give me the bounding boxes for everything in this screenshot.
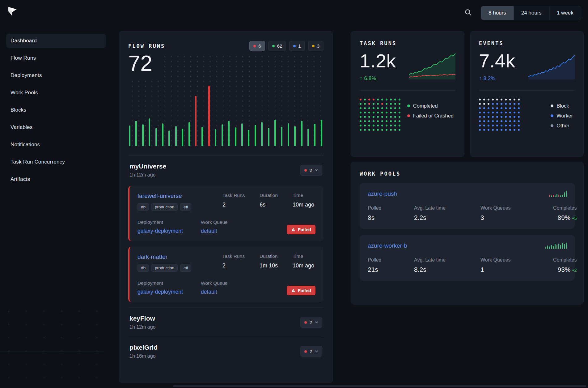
panel-divider (479, 90, 575, 91)
task-runs-delta: ↑ 6.8% (360, 75, 396, 82)
completed-count: 62 (277, 43, 282, 49)
worker-dot-icon (551, 114, 553, 117)
other-dot-icon (551, 124, 553, 127)
group-run-count: 2 (310, 349, 312, 354)
tag-db[interactable]: db (137, 203, 149, 211)
arrow-up-icon: ↑ (360, 75, 362, 82)
task-runs-title: TASK RUNS (360, 40, 455, 46)
tag-etl[interactable]: etl (180, 264, 191, 272)
group-count-toggle[interactable]: 2 (300, 346, 322, 357)
time-range-1-week[interactable]: 1 week (549, 6, 581, 20)
chevron-down-icon (315, 350, 318, 352)
work-pool-card-azure-push: azure-push Polled 8s Avg. Late time 2.2s… (360, 183, 575, 229)
flow-group-keyflow[interactable]: keyFlow 1h 12m ago 2 (128, 308, 324, 337)
stat-label: Task Runs (222, 254, 245, 259)
work-pool-name-link[interactable]: azure-push (368, 190, 397, 197)
flow-group-myuniverse[interactable]: myUniverse 1h 12m ago 2 (128, 156, 324, 185)
tag-db[interactable]: db (137, 264, 149, 272)
run-tags: db production etl (137, 203, 191, 211)
tag-production[interactable]: production (151, 203, 178, 211)
flow-runs-total: 72 (128, 52, 161, 79)
deployment-link[interactable]: galaxy-deployment (137, 289, 183, 295)
sidebar-item-task-run-concurrency[interactable]: Task Run Concurrency (6, 155, 106, 169)
task-runs-panel: TASK RUNS 1.2k ↑ 6.8% Completed Failed o… (351, 31, 464, 157)
flow-runs-panel: FLOW RUNS 6 62 1 3 72 (119, 31, 333, 383)
chevron-down-icon (315, 321, 318, 323)
status-text: Failed (298, 288, 311, 293)
run-name-link[interactable]: dark-matter (137, 254, 167, 260)
state-badge-failed[interactable]: 6 (249, 41, 265, 51)
sidebar-item-notifications[interactable]: Notifications (6, 138, 106, 152)
group-name: myUniverse (129, 163, 166, 170)
flow-runs-bar-chart[interactable] (129, 86, 322, 146)
sidebar-item-deployments[interactable]: Deployments (6, 68, 106, 83)
warning-triangle-icon (291, 228, 295, 232)
avg-late-time-stat: Avg. Late time 8.2s (414, 257, 480, 273)
tag-production[interactable]: production (151, 264, 178, 272)
failed-dot-icon (304, 169, 307, 172)
group-name: pixelGrid (129, 344, 158, 351)
time-range-selector: 8 hours 24 hours 1 week (481, 6, 581, 20)
stat-value: 10m ago (293, 262, 314, 269)
failed-dot-icon (304, 350, 307, 353)
warning-triangle-icon (291, 288, 295, 292)
sidebar: Dashboard Flow Runs Deployments Work Poo… (0, 0, 112, 388)
prefect-logo[interactable] (7, 6, 18, 18)
stat-label: Deployment (137, 280, 201, 286)
sidebar-item-variables[interactable]: Variables (6, 120, 106, 134)
stat-value: 6s (260, 202, 278, 208)
flow-runs-title: FLOW RUNS (128, 43, 165, 49)
running-count: 1 (298, 43, 301, 49)
completed-dot-icon (407, 104, 410, 107)
flow-group-list: myUniverse 1h 12m ago 2 farewell-univers… (128, 156, 324, 366)
task-runs-dot-grid (360, 99, 400, 131)
stat-label: Task Runs (222, 193, 245, 198)
stat-label: Work Queue (201, 280, 264, 286)
horizontal-scrollbar[interactable] (173, 385, 586, 387)
flow-runs-chart-area: 72 (128, 53, 324, 146)
tag-etl[interactable]: etl (180, 203, 191, 211)
group-count-toggle[interactable]: 2 (300, 317, 322, 328)
flow-run-card-dark-matter: dark-matter db production etl Task Runs … (128, 247, 324, 302)
work-pool-name-link[interactable]: azure-worker-b (368, 242, 407, 249)
events-title: EVENTS (479, 40, 575, 46)
sidebar-item-dashboard[interactable]: Dashboard (6, 34, 106, 48)
group-count-toggle[interactable]: 2 (300, 165, 322, 176)
group-time: 1h 16m ago (129, 353, 158, 359)
status-text: Failed (298, 227, 311, 232)
stat-value: 2 (222, 262, 245, 269)
sidebar-item-work-pools[interactable]: Work Pools (6, 86, 106, 100)
sidebar-item-flow-runs[interactable]: Flow Runs (6, 51, 106, 65)
work-pool-sparkline (549, 191, 567, 197)
group-run-count: 2 (310, 320, 312, 325)
deployment-link[interactable]: galaxy-deployment (137, 228, 183, 234)
completes-stat: Completes 93%+2 (553, 257, 577, 273)
legend-item-failed: Failed or Crashed (407, 113, 454, 119)
stat-value: 1m 10s (260, 262, 278, 269)
task-runs-value: 1.2k (360, 51, 396, 70)
work-queue-link[interactable]: default (201, 228, 217, 234)
legend-item-other: Other (551, 123, 573, 129)
sidebar-item-artifacts[interactable]: Artifacts (6, 172, 106, 186)
sidebar-item-blocks[interactable]: Blocks (6, 103, 106, 117)
run-name-link[interactable]: farewell-universe (137, 193, 182, 199)
state-badge-late[interactable]: 3 (308, 41, 324, 51)
events-trend-chart (528, 52, 575, 79)
stat-value: 2 (222, 202, 245, 208)
stat-label: Deployment (137, 220, 201, 225)
avg-late-time-stat: Avg. Late time 2.2s (414, 205, 480, 221)
work-queue-link[interactable]: default (201, 289, 217, 295)
completes-delta: +5 (572, 216, 577, 221)
flow-group-pixelgrid[interactable]: pixelGrid 1h 16m ago 2 (128, 337, 324, 366)
state-badge-completed[interactable]: 62 (268, 41, 286, 51)
run-tags: db production etl (137, 264, 191, 272)
time-range-8-hours[interactable]: 8 hours (481, 6, 514, 20)
status-badge-failed: Failed (287, 286, 315, 295)
late-dot-icon (312, 45, 315, 47)
duration-stat: Duration 1m 10s (260, 254, 278, 272)
search-button[interactable] (463, 7, 473, 18)
late-count: 3 (317, 43, 319, 49)
time-range-24-hours[interactable]: 24 hours (514, 6, 549, 20)
work-queue-field: Work Queue default (201, 220, 264, 234)
state-badge-running[interactable]: 1 (289, 41, 305, 51)
